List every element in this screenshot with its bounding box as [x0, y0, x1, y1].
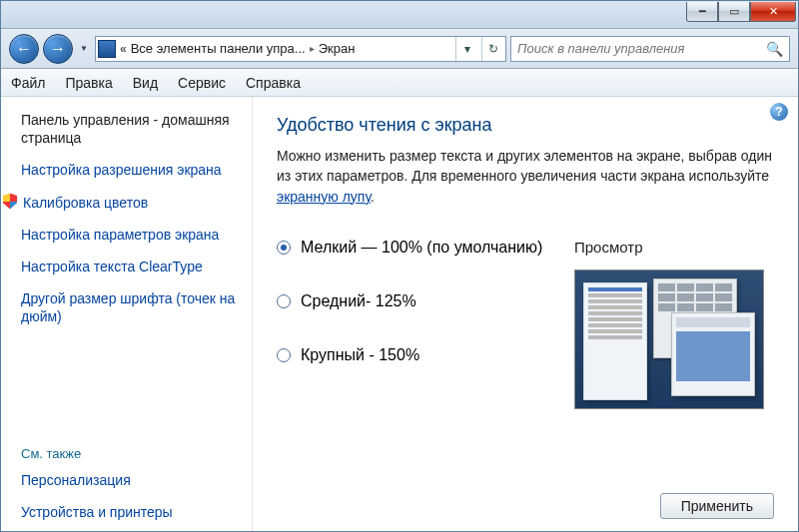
preview-window-stack [653, 278, 755, 396]
sidebar-home-link[interactable]: Панель управления - домашняя страница [21, 111, 240, 147]
location-icon [98, 40, 116, 58]
apply-button[interactable]: Применить [660, 493, 774, 519]
forward-button[interactable]: → [43, 34, 73, 64]
sidebar-link-cleartype[interactable]: Настройка текста ClearType [21, 258, 240, 275]
scale-options: Мелкий — 100% (по умолчанию) Средний- 12… [277, 239, 554, 409]
control-panel-window: ━ ▭ ✕ ← → ▼ « Все элементы панели упра..… [0, 0, 799, 532]
nav-history-dropdown[interactable]: ▼ [77, 35, 91, 63]
sidebar-see-also-header: См. также [21, 446, 240, 461]
breadcrumb-separator[interactable]: ▸ [310, 43, 315, 54]
preview-label: Просмотр [574, 239, 774, 256]
preview-image [574, 269, 764, 409]
preview-column: Просмотр [574, 239, 774, 409]
navigation-bar: ← → ▼ « Все элементы панели упра... ▸ Эк… [1, 29, 798, 69]
back-button[interactable]: ← [9, 34, 39, 64]
main-panel: ? Удобство чтения с экрана Можно изменит… [253, 97, 798, 531]
maximize-icon: ▭ [729, 5, 739, 18]
sidebar-link-devices[interactable]: Устройства и принтеры [21, 503, 240, 521]
preview-window-left [583, 282, 647, 400]
breadcrumb-current[interactable]: Экран [319, 41, 356, 56]
breadcrumb-overflow[interactable]: « [120, 42, 127, 56]
magnifier-link[interactable]: экранную лупу [277, 189, 371, 205]
footer-bar: Применить [277, 485, 774, 519]
close-icon: ✕ [769, 5, 778, 18]
scale-option-125-label: Средний- 125% [301, 292, 416, 310]
scale-option-100[interactable]: Мелкий — 100% (по умолчанию) [277, 239, 554, 257]
menu-bar: Файл Правка Вид Сервис Справка [1, 69, 798, 97]
scale-option-150-label: Крупный - 150% [301, 346, 419, 364]
scale-option-125[interactable]: Средний- 125% [277, 292, 554, 310]
sidebar-link-calibration[interactable]: Калибровка цветов [21, 194, 240, 212]
desc-text-1: Можно изменить размер текста и других эл… [277, 148, 772, 184]
desc-text-2: . [371, 189, 375, 205]
sidebar: Панель управления - домашняя страница На… [1, 97, 253, 531]
menu-edit[interactable]: Правка [65, 75, 112, 91]
menu-help[interactable]: Справка [246, 75, 301, 91]
help-icon[interactable]: ? [770, 103, 788, 121]
content-area: Панель управления - домашняя страница На… [1, 97, 798, 531]
scale-option-150[interactable]: Крупный - 150% [277, 346, 554, 364]
sidebar-link-resolution[interactable]: Настройка разрешения экрана [21, 161, 240, 179]
sidebar-link-dpi[interactable]: Другой размер шрифта (точек на дюйм) [21, 289, 240, 325]
radio-150[interactable] [277, 348, 291, 362]
refresh-button[interactable]: ↻ [481, 37, 503, 61]
titlebar: ━ ▭ ✕ [1, 1, 798, 29]
shield-icon [3, 194, 17, 210]
menu-view[interactable]: Вид [133, 75, 158, 91]
minimize-button[interactable]: ━ [686, 2, 718, 22]
sidebar-link-personalization[interactable]: Персонализация [21, 471, 240, 489]
radio-100[interactable] [277, 241, 291, 255]
close-button[interactable]: ✕ [750, 2, 796, 22]
radio-125[interactable] [277, 294, 291, 308]
forward-arrow-icon: → [50, 40, 66, 58]
preview-window-front [671, 312, 755, 396]
minimize-icon: ━ [699, 5, 706, 18]
page-title: Удобство чтения с экрана [277, 115, 774, 136]
scale-option-100-label: Мелкий — 100% (по умолчанию) [301, 239, 542, 257]
back-arrow-icon: ← [16, 40, 32, 58]
menu-file[interactable]: Файл [11, 75, 45, 91]
search-box[interactable]: 🔍 [510, 36, 790, 62]
search-icon[interactable]: 🔍 [766, 41, 783, 57]
address-dropdown[interactable]: ▾ [455, 37, 477, 61]
menu-service[interactable]: Сервис [178, 75, 226, 91]
breadcrumb-parent[interactable]: Все элементы панели упра... [131, 41, 306, 56]
options-row: Мелкий — 100% (по умолчанию) Средний- 12… [277, 239, 774, 409]
sidebar-link-calibration-label: Калибровка цветов [23, 194, 148, 212]
address-bar[interactable]: « Все элементы панели упра... ▸ Экран ▾ … [95, 36, 506, 62]
maximize-button[interactable]: ▭ [718, 2, 750, 22]
page-description: Можно изменить размер текста и других эл… [277, 146, 774, 207]
search-input[interactable] [517, 41, 766, 56]
chevron-down-icon: ▼ [80, 44, 88, 53]
sidebar-link-display-settings[interactable]: Настройка параметров экрана [21, 226, 240, 244]
